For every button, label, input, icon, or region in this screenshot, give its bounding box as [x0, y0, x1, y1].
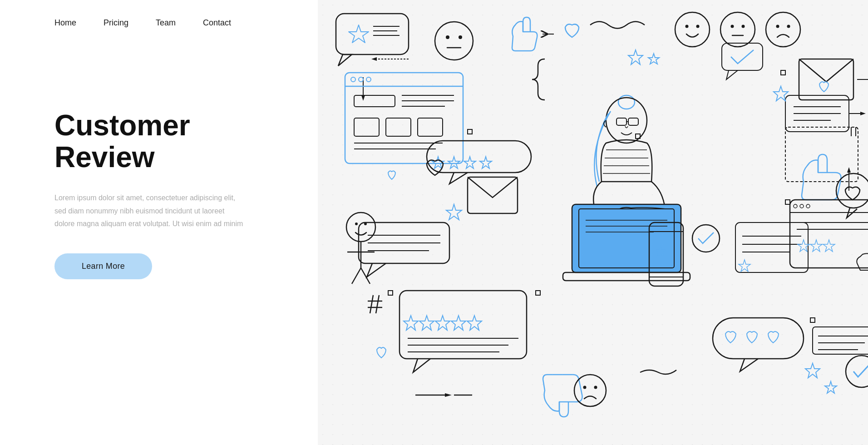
- svg-marker-122: [805, 363, 820, 378]
- checkmark-bubble: [722, 43, 763, 79]
- curly-bracket-element: [532, 59, 545, 100]
- speech-bubble-star-top-left: [336, 14, 409, 66]
- svg-point-71: [836, 173, 868, 208]
- svg-point-73: [355, 222, 358, 225]
- svg-point-10: [675, 12, 710, 47]
- hashtag: [368, 295, 382, 313]
- illustration-svg: [318, 0, 868, 445]
- svg-rect-131: [785, 200, 790, 204]
- svg-rect-133: [536, 291, 540, 295]
- nav-home[interactable]: Home: [54, 18, 76, 28]
- speech-lines-right: [785, 95, 866, 132]
- hero-content: Customer Review Lorem ipsum dolor sit am…: [0, 28, 318, 279]
- small-text-box: [813, 327, 868, 354]
- svg-marker-127: [445, 393, 452, 397]
- browser-window: [345, 73, 463, 163]
- svg-point-28: [366, 77, 371, 82]
- svg-point-18: [776, 25, 779, 28]
- svg-rect-134: [810, 318, 815, 322]
- woman-laptop: [563, 95, 690, 281]
- star-rating-card: [399, 291, 527, 372]
- svg-marker-23: [361, 95, 365, 101]
- svg-marker-69: [847, 167, 851, 173]
- svg-rect-34: [386, 118, 411, 136]
- thumbs-down: [543, 375, 582, 417]
- svg-point-7: [446, 35, 449, 39]
- svg-marker-59: [446, 204, 462, 220]
- svg-point-72: [346, 213, 375, 242]
- svg-marker-42: [480, 157, 492, 168]
- thumbs-up-large: [802, 154, 841, 200]
- svg-rect-130: [781, 70, 785, 75]
- left-panel: Home Pricing Team Contact Customer Revie…: [0, 0, 318, 445]
- svg-point-12: [696, 25, 700, 28]
- nav-pricing[interactable]: Pricing: [104, 18, 128, 28]
- emoji-neutral-top2: [720, 12, 755, 47]
- svg-point-8: [459, 35, 462, 39]
- svg-point-14: [731, 25, 734, 28]
- emoji-happy-top: [675, 12, 710, 47]
- smiley-stick: [346, 213, 375, 284]
- mail-heart-envelope: [799, 59, 868, 100]
- svg-point-11: [686, 25, 689, 28]
- checkmark-circle-bottom: [846, 356, 868, 387]
- svg-rect-33: [354, 118, 379, 136]
- svg-rect-132: [388, 291, 393, 295]
- svg-point-95: [794, 204, 797, 208]
- svg-marker-105: [419, 316, 434, 330]
- svg-marker-67: [860, 112, 866, 115]
- svg-line-77: [352, 268, 361, 284]
- svg-marker-20: [628, 50, 643, 64]
- svg-point-126: [594, 386, 597, 389]
- svg-rect-60: [722, 43, 763, 70]
- svg-marker-104: [404, 316, 418, 330]
- check-circle: [692, 225, 720, 252]
- svg-rect-88: [735, 222, 808, 272]
- svg-marker-107: [451, 316, 466, 330]
- hearts-bubble: [713, 318, 804, 371]
- svg-point-26: [351, 77, 355, 82]
- rating-info-bubble: [735, 222, 808, 272]
- nav-contact[interactable]: Contact: [203, 18, 231, 28]
- svg-marker-40: [448, 157, 460, 168]
- svg-point-13: [720, 12, 755, 47]
- chat-bubble-left-bottom: [359, 222, 449, 277]
- svg-marker-108: [467, 316, 482, 330]
- hero-description: Lorem ipsum dolor sit amet, consectetuer…: [54, 192, 245, 231]
- navbar: Home Pricing Team Contact: [0, 0, 318, 28]
- svg-rect-29: [354, 95, 395, 107]
- svg-rect-0: [336, 14, 409, 54]
- nav-team[interactable]: Team: [156, 18, 176, 28]
- svg-marker-123: [825, 381, 837, 393]
- mail-envelope: [468, 177, 518, 213]
- page-title: Customer Review: [54, 109, 291, 173]
- svg-point-15: [742, 25, 745, 28]
- svg-rect-103: [399, 291, 527, 359]
- svg-marker-106: [435, 316, 450, 330]
- svg-marker-41: [464, 157, 476, 168]
- svg-marker-2: [349, 25, 369, 43]
- svg-marker-1: [338, 54, 352, 66]
- svg-point-97: [806, 204, 810, 208]
- svg-point-121: [846, 356, 868, 387]
- svg-point-124: [574, 375, 606, 406]
- svg-marker-21: [648, 54, 659, 64]
- emoji-sad-top: [766, 12, 800, 47]
- svg-point-27: [359, 77, 363, 82]
- svg-marker-22: [371, 57, 377, 61]
- tablet-device: [790, 200, 868, 270]
- svg-line-112: [370, 295, 373, 313]
- svg-line-113: [376, 295, 379, 313]
- learn-more-button[interactable]: Learn More: [54, 253, 152, 279]
- svg-point-96: [800, 204, 804, 208]
- svg-rect-52: [572, 204, 681, 272]
- svg-point-6: [435, 22, 473, 60]
- svg-rect-128: [468, 129, 472, 134]
- svg-rect-35: [418, 118, 443, 136]
- svg-point-17: [766, 12, 800, 47]
- svg-point-125: [583, 386, 587, 389]
- thumbs-up-heart: [512, 17, 579, 51]
- right-panel: [318, 0, 868, 445]
- svg-point-87: [692, 225, 720, 252]
- svg-point-19: [787, 25, 790, 28]
